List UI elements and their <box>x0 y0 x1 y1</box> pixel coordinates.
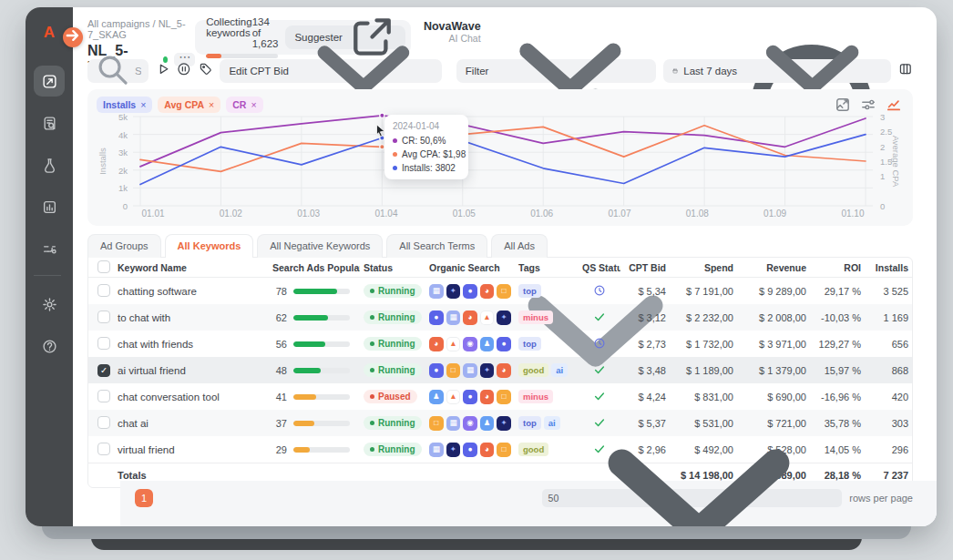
row-checkbox[interactable] <box>97 337 110 350</box>
app-icon-bell: ♟ <box>480 416 495 431</box>
page-1-button[interactable]: 1 <box>135 489 153 507</box>
sidebar-item-experiments[interactable] <box>34 149 65 180</box>
columns-button[interactable] <box>898 59 913 83</box>
installs-cell: 3 525 <box>865 286 912 297</box>
status-label: Running <box>378 444 415 454</box>
chart-line-icon <box>886 97 902 117</box>
collecting-count: 134 of 1,623 <box>252 16 279 49</box>
filter-dropdown[interactable]: Filter <box>456 59 656 83</box>
app-icon-swirl: ◕ <box>463 311 477 325</box>
x-axis-tick: 01.05 <box>444 209 484 219</box>
revenue-cell: $ 9 289,00 <box>737 286 810 297</box>
status-cell: Running <box>360 363 425 377</box>
tab-all-search-terms[interactable]: All Search Terms <box>386 234 487 258</box>
tags-cell: minus <box>515 311 579 324</box>
line-chart-toggle-button[interactable] <box>886 98 902 115</box>
breadcrumb[interactable]: All campaigns / NL_5-7_SKAG <box>87 18 195 40</box>
toolbar: Edit CPT Bid Filter Last 7 days <box>87 56 913 86</box>
tooltip-metric-dot <box>393 166 397 170</box>
check-icon <box>593 311 606 323</box>
installs-cell: 656 <box>865 339 912 350</box>
popularity-meter: 48 <box>272 365 356 376</box>
right-axis-title: Average CPA <box>891 136 901 188</box>
row-select-cell <box>88 416 114 431</box>
tag-button[interactable] <box>199 59 213 83</box>
date-range-dropdown[interactable]: Last 7 days <box>663 59 891 83</box>
clock-icon <box>593 284 606 297</box>
organic-app-icons: □▦◉♟✦ <box>429 416 511 431</box>
edit-cpt-bid-dropdown[interactable]: Edit CPT Bid <box>220 59 441 83</box>
pause-button[interactable] <box>177 59 191 83</box>
date-range-label: Last 7 days <box>683 66 737 76</box>
tab-all-keywords[interactable]: All Keywords <box>165 234 254 258</box>
line-chart[interactable] <box>133 117 873 206</box>
sidebar-item-help[interactable] <box>34 331 65 361</box>
search-input[interactable] <box>135 66 141 76</box>
app-icon-fox: ▲ <box>446 390 461 404</box>
rows-per-page-select[interactable]: 50 <box>542 489 843 507</box>
mouse-cursor-icon <box>375 124 386 140</box>
resume-button[interactable] <box>156 59 170 83</box>
app-icon-square: □ <box>497 284 511 299</box>
sidebar-item-reports[interactable] <box>34 107 65 138</box>
sliders-icon <box>860 97 876 117</box>
select-all-checkbox[interactable] <box>97 260 110 273</box>
app-icon-grid: ▦ <box>446 311 461 325</box>
popularity-bar <box>293 368 350 373</box>
app-icon-blob: ● <box>429 363 444 378</box>
metric-chip-cr[interactable]: CR× <box>226 97 262 113</box>
metric-chip-installs[interactable]: Installs× <box>97 97 152 113</box>
tag-ai: ai <box>544 416 560 430</box>
left-axis-tick: 2k <box>118 165 128 175</box>
organic-app-icons: ●□▦✦◕ <box>429 363 511 378</box>
metric-chip-avg-cpa[interactable]: Avg CPA× <box>158 97 220 113</box>
sidebar-item-analytics[interactable] <box>34 191 65 222</box>
tab-ad-groups[interactable]: Ad Groups <box>87 234 161 258</box>
column-header-roi: ROI <box>810 262 865 273</box>
row-select-cell <box>88 284 114 299</box>
sidebar-divider <box>34 275 61 276</box>
row-checkbox[interactable] <box>97 284 110 297</box>
column-header-tags: Tags <box>515 262 579 273</box>
popularity-cell: 41 <box>269 392 360 402</box>
sidebar-item-campaigns[interactable] <box>34 66 65 97</box>
organic-app-icons: ●▦◕▲✦ <box>429 311 511 325</box>
clock-icon <box>593 337 606 350</box>
installs-cell: 296 <box>865 444 912 455</box>
metric-chip-label: Installs <box>103 99 136 110</box>
remove-metric-icon[interactable]: × <box>140 99 146 110</box>
rows-per-page-label: rows per page <box>849 493 913 504</box>
row-checkbox[interactable]: ✓ <box>97 364 110 377</box>
roi-cell: 29,17 % <box>810 286 865 297</box>
tab-all-negative-keywords[interactable]: All Negative Keywords <box>257 234 383 258</box>
popularity-bar <box>293 315 350 321</box>
row-select-cell <box>88 337 114 351</box>
left-axis-title: Installs <box>97 148 108 175</box>
chart-settings-button[interactable] <box>860 98 876 115</box>
tab-all-ads[interactable]: All Ads <box>491 234 548 258</box>
remove-metric-icon[interactable]: × <box>251 99 256 110</box>
popularity-cell: 48 <box>269 365 360 376</box>
remove-metric-icon[interactable]: × <box>209 99 214 110</box>
status-badge: Paused <box>364 390 417 403</box>
export-image-button[interactable] <box>835 98 851 115</box>
organic-search-cell: ▦✦●◕□ <box>425 284 515 299</box>
x-axis-labels: 01.0101.0201.0301.0401.0501.0601.0701.08… <box>133 209 873 219</box>
row-checkbox[interactable] <box>97 390 110 402</box>
app-icon-square: □ <box>497 443 511 457</box>
sidebar-collapse-button[interactable] <box>63 27 83 47</box>
pause-circle-icon <box>177 62 191 80</box>
app-icon-grid: ▦ <box>446 416 461 431</box>
app-icon-fox: ▲ <box>446 337 461 351</box>
popularity-meter: 37 <box>272 418 356 429</box>
sidebar-item-automation[interactable] <box>34 233 65 264</box>
sidebar-item-settings[interactable] <box>34 289 65 320</box>
row-checkbox[interactable] <box>97 311 110 323</box>
chart-tooltip: 2024-01-04 CR: 50,6%Avg CPA: $1,98Instal… <box>384 115 468 179</box>
row-checkbox[interactable] <box>97 416 110 429</box>
tooltip-metric-dot <box>393 152 397 157</box>
status-dot <box>370 315 374 320</box>
analytics-icon <box>42 199 57 215</box>
row-checkbox[interactable] <box>97 443 110 455</box>
status-label: Running <box>378 418 415 428</box>
